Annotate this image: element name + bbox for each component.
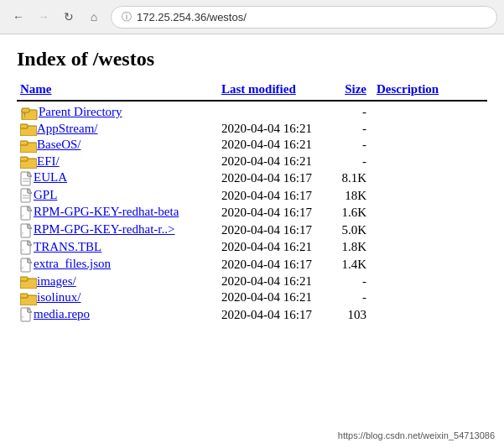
col-modified-header: Last modified: [218, 81, 335, 101]
file-size-cell: -: [335, 121, 373, 138]
file-size-cell: 8.1K: [335, 169, 373, 187]
table-row: ↑ Parent Directory-: [17, 101, 487, 121]
file-link[interactable]: BaseOS/: [37, 138, 81, 151]
forward-button[interactable]: →: [32, 5, 55, 29]
file-link[interactable]: RPM-GPG-KEY-redhat-beta: [34, 205, 179, 218]
table-row: ? media.repo2020-04-04 16:17103: [17, 306, 487, 324]
file-name-cell: ? TRANS.TBL: [17, 239, 218, 257]
file-size-cell: 18K: [335, 187, 373, 205]
file-size-cell: -: [335, 289, 373, 306]
table-row: ? RPM-GPG-KEY-redhat-beta2020-04-04 16:1…: [17, 204, 487, 221]
svg-rect-4: [20, 124, 28, 128]
table-row: GPL2020-04-04 16:1718K: [17, 187, 487, 205]
table-row: images/2020-04-04 16:21-: [17, 273, 487, 290]
page-title: Index of /westos: [17, 48, 487, 70]
file-desc-cell: [373, 204, 487, 221]
security-icon: ⓘ: [122, 10, 132, 24]
table-row: isolinux/2020-04-04 16:21-: [17, 289, 487, 306]
file-size-cell: -: [335, 101, 373, 121]
file-size-cell: 103: [335, 306, 373, 324]
file-size-cell: 5.0K: [335, 221, 373, 239]
table-row: EFI/2020-04-04 16:21-: [17, 154, 487, 170]
file-name-cell: EULA: [17, 169, 218, 187]
file-link[interactable]: images/: [37, 274, 76, 288]
svg-rect-32: [20, 294, 28, 298]
file-name-cell: ? media.repo: [17, 306, 218, 324]
file-size-cell: -: [335, 154, 373, 170]
file-desc-cell: [373, 306, 487, 324]
svg-text:?: ?: [22, 214, 23, 218]
page-content: Index of /westos Name Last modified Size…: [0, 34, 504, 336]
file-link[interactable]: EULA: [34, 170, 67, 184]
file-modified-cell: 2020-04-04 16:17: [218, 169, 335, 187]
svg-text:?: ?: [22, 266, 23, 270]
file-name-cell: GPL: [17, 187, 218, 205]
col-desc-sort-link[interactable]: Description: [377, 82, 439, 96]
svg-rect-6: [20, 141, 28, 145]
svg-text:?: ?: [22, 248, 23, 253]
svg-text:↑: ↑: [23, 111, 27, 119]
address-bar[interactable]: ⓘ 172.25.254.36/westos/: [111, 6, 497, 29]
file-modified-cell: 2020-04-04 16:21: [218, 289, 335, 306]
col-name-sort-link[interactable]: Name: [20, 82, 52, 96]
file-name-cell: images/: [17, 273, 218, 290]
file-name-cell: AppStream/: [17, 121, 218, 138]
file-link[interactable]: isolinux/: [37, 290, 81, 304]
file-link[interactable]: GPL: [34, 188, 57, 201]
table-row: ? RPM-GPG-KEY-redhat-r..>2020-04-04 16:1…: [17, 221, 487, 239]
file-name-cell: ? RPM-GPG-KEY-redhat-r..>: [17, 221, 218, 239]
back-button[interactable]: ←: [7, 5, 30, 29]
svg-rect-8: [20, 157, 28, 161]
file-link[interactable]: extra_files.json: [34, 257, 111, 270]
file-link[interactable]: TRANS.TBL: [34, 240, 101, 253]
file-name-cell: ? extra_files.json: [17, 256, 218, 273]
file-size-cell: 1.6K: [335, 204, 373, 221]
file-modified-cell: 2020-04-04 16:17: [218, 187, 335, 205]
file-name-cell: BaseOS/: [17, 137, 218, 154]
file-link[interactable]: EFI/: [37, 154, 60, 168]
svg-rect-30: [20, 277, 28, 281]
svg-text:?: ?: [22, 315, 23, 320]
file-modified-cell: [218, 101, 335, 121]
file-desc-cell: [373, 101, 487, 121]
table-row: EULA2020-04-04 16:178.1K: [17, 169, 487, 187]
file-desc-cell: [373, 256, 487, 273]
col-name-header: Name: [17, 81, 218, 101]
table-row: ? extra_files.json2020-04-04 16:171.4K: [17, 256, 487, 273]
file-modified-cell: 2020-04-04 16:21: [218, 137, 335, 154]
file-modified-cell: 2020-04-04 16:21: [218, 273, 335, 290]
file-modified-cell: 2020-04-04 16:21: [218, 121, 335, 138]
file-modified-cell: 2020-04-04 16:21: [218, 154, 335, 170]
file-size-cell: -: [335, 273, 373, 290]
file-desc-cell: [373, 273, 487, 290]
file-desc-cell: [373, 154, 487, 170]
file-link[interactable]: Parent Directory: [39, 105, 122, 118]
reload-button[interactable]: ↻: [57, 5, 81, 29]
file-listing-table: Name Last modified Size Description ↑ Pa…: [17, 81, 487, 323]
file-name-cell: ↑ Parent Directory: [17, 101, 218, 121]
file-desc-cell: [373, 169, 487, 187]
file-desc-cell: [373, 121, 487, 138]
table-row: BaseOS/2020-04-04 16:21-: [17, 137, 487, 154]
file-modified-cell: 2020-04-04 16:17: [218, 221, 335, 239]
file-link[interactable]: AppStream/: [37, 122, 98, 135]
file-size-cell: 1.4K: [335, 256, 373, 273]
file-desc-cell: [373, 187, 487, 205]
address-text: 172.25.254.36/westos/: [137, 11, 247, 23]
col-size-sort-link[interactable]: Size: [345, 82, 366, 96]
browser-toolbar: ← → ↻ ⌂ ⓘ 172.25.254.36/westos/: [0, 0, 504, 34]
col-size-header: Size: [335, 81, 373, 101]
home-button[interactable]: ⌂: [82, 5, 106, 29]
table-header-row: Name Last modified Size Description: [17, 81, 487, 101]
file-desc-cell: [373, 221, 487, 239]
file-link[interactable]: media.repo: [34, 307, 90, 320]
table-row: AppStream/2020-04-04 16:21-: [17, 121, 487, 138]
svg-text:?: ?: [22, 232, 23, 236]
file-desc-cell: [373, 239, 487, 257]
table-row: ? TRANS.TBL2020-04-04 16:211.8K: [17, 239, 487, 257]
file-size-cell: 1.8K: [335, 239, 373, 257]
col-modified-sort-link[interactable]: Last modified: [221, 82, 296, 96]
file-link[interactable]: RPM-GPG-KEY-redhat-r..>: [34, 222, 174, 236]
file-modified-cell: 2020-04-04 16:17: [218, 306, 335, 324]
file-name-cell: ? RPM-GPG-KEY-redhat-beta: [17, 204, 218, 221]
